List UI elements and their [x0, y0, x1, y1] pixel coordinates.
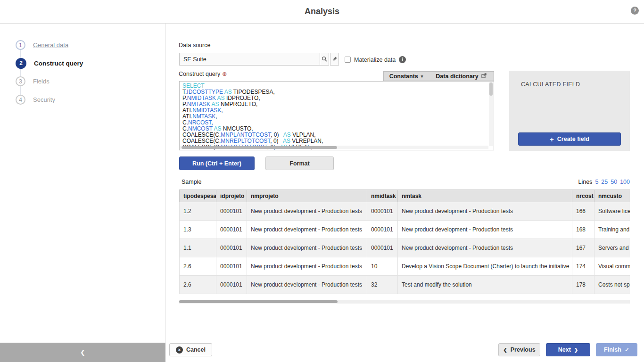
editor-horizontal-scrollbar[interactable]: [180, 146, 488, 149]
data-source-input[interactable]: [179, 53, 320, 66]
step-number: 3: [16, 76, 25, 86]
column-header-idprojeto[interactable]: idprojeto: [216, 190, 247, 202]
check-icon: ✓: [625, 346, 629, 353]
step-label: Security: [33, 96, 55, 103]
sql-line: P.NMTASK AS NMPROJETO,: [182, 101, 488, 107]
editor-vscroll-thumb[interactable]: [489, 82, 493, 96]
step-number: 1: [16, 40, 25, 50]
table-cell: Costs not spe: [594, 276, 630, 294]
table-row: 2.60000101New product development - Prod…: [180, 257, 630, 276]
calculated-field-title: CALCULATED FIELD: [521, 81, 580, 88]
previous-button[interactable]: ❮ Previous: [498, 343, 540, 356]
chevron-left-icon: ❮: [503, 347, 507, 353]
table-cell: 0000101: [216, 202, 247, 221]
data-source-label: Data source: [179, 42, 210, 49]
table-horizontal-scrollbar[interactable]: [179, 300, 630, 304]
clear-button[interactable]: [330, 53, 339, 66]
previous-label: Previous: [511, 346, 536, 353]
table-row: 2.60000101New product development - Prod…: [180, 276, 630, 294]
app-header: Analysis ?: [0, 0, 644, 24]
table-cell: Visual commu: [594, 257, 630, 276]
cancel-button[interactable]: × Cancel: [169, 343, 212, 356]
step-number: 4: [16, 95, 25, 105]
table-cell: New product development - Production tes…: [398, 202, 572, 221]
table-cell: 167: [572, 239, 594, 257]
table-cell: Develop a Vision Scope Document (Charter…: [398, 257, 572, 276]
editor-vertical-scrollbar[interactable]: [489, 82, 493, 146]
column-header-nmcusto[interactable]: nmcusto: [594, 190, 630, 202]
table-cell: 32: [367, 276, 398, 294]
table-cell: Software licen: [594, 202, 630, 221]
table-cell: 10: [367, 257, 398, 276]
construct-query-label: Construct query: [179, 71, 220, 77]
table-cell: 1.2: [180, 202, 216, 221]
column-header-nmprojeto[interactable]: nmprojeto: [247, 190, 367, 202]
table-cell: 2.6: [180, 257, 216, 276]
table-cell: 0000101: [216, 276, 247, 294]
lines-option-5[interactable]: 5: [595, 179, 598, 185]
search-button[interactable]: [320, 53, 329, 66]
materialize-checkbox[interactable]: [345, 57, 351, 63]
cancel-label: Cancel: [186, 346, 206, 353]
construct-query-label-row: Construct query ⊛: [179, 71, 227, 77]
table-cell: 1.3: [180, 221, 216, 239]
wizard-step-general-data[interactable]: 1General data: [16, 40, 68, 50]
table-row: 1.20000101New product development - Prod…: [180, 202, 630, 221]
constants-button[interactable]: Constants ▾: [383, 71, 429, 81]
create-field-button[interactable]: + Create field: [518, 132, 621, 146]
table-cell: Training and s: [594, 221, 630, 239]
table-cell: New product development - Production tes…: [247, 276, 367, 294]
table-cell: 168: [572, 221, 594, 239]
table-cell: 174: [572, 257, 594, 276]
table-cell: New product development - Production tes…: [247, 257, 367, 276]
plus-icon: +: [550, 135, 554, 143]
table-cell: New product development - Production tes…: [398, 239, 572, 257]
lines-label: Lines: [578, 179, 592, 185]
sample-table: tipodespesaidprojetonmprojetonmidtasknmt…: [179, 189, 630, 294]
sidebar-collapse-bar[interactable]: ❮: [0, 343, 165, 362]
wizard-step-fields[interactable]: 3Fields: [16, 76, 50, 87]
lines-option-25[interactable]: 25: [601, 179, 608, 185]
column-header-nrcost[interactable]: nrcost: [572, 190, 594, 202]
editor-hscroll-thumb[interactable]: [182, 146, 337, 149]
table-row: 1.30000101New product development - Prod…: [180, 221, 630, 239]
sql-line: ATI.NMIDTASK,: [182, 107, 488, 114]
calculated-field-card: CALCULATED FIELD + Create field: [509, 71, 630, 151]
constants-label: Constants: [389, 73, 418, 80]
run-button[interactable]: Run (Ctrl + Enter): [179, 156, 255, 170]
sample-label: Sample: [182, 179, 201, 185]
table-cell: Test and modify the solution: [398, 276, 572, 294]
column-header-nmtask[interactable]: nmtask: [398, 190, 572, 202]
chevron-down-icon: ▾: [421, 74, 423, 79]
table-row: 1.10000101New product development - Prod…: [180, 239, 630, 257]
info-icon[interactable]: i: [399, 56, 406, 63]
chevron-right-icon: ❯: [574, 347, 578, 353]
wizard-step-security[interactable]: 4Security: [16, 94, 55, 105]
wizard-step-construct-query[interactable]: 2Construct query: [16, 58, 83, 69]
finish-button[interactable]: Finish ✓: [596, 343, 637, 356]
step-connector-line: [20, 45, 21, 99]
sql-code: SELECTT.IDCOSTTYPE AS TIPODESPESA,P.NMID…: [182, 83, 488, 150]
lines-option-50[interactable]: 50: [611, 179, 617, 185]
format-button[interactable]: Format: [265, 156, 334, 170]
data-dictionary-button[interactable]: Data dictionary: [429, 71, 494, 81]
table-cell: 0000101: [216, 221, 247, 239]
table-hscroll-thumb[interactable]: [179, 300, 338, 303]
page-title: Analysis: [0, 7, 644, 16]
column-header-nmidtask[interactable]: nmidtask: [367, 190, 398, 202]
format-label: Format: [289, 160, 309, 167]
table-cell: 0000101: [216, 239, 247, 257]
run-label: Run (Ctrl + Enter): [192, 160, 241, 167]
table-cell: 0000101: [367, 239, 398, 257]
sql-editor[interactable]: SELECTT.IDCOSTTYPE AS TIPODESPESA,P.NMID…: [179, 81, 494, 150]
table-cell: 0000101: [367, 221, 398, 239]
column-header-tipodespesa[interactable]: tipodespesa: [180, 190, 216, 202]
table-cell: 2.6: [180, 276, 216, 294]
step-number: 2: [16, 58, 26, 69]
eraser-icon: [332, 55, 338, 64]
help-icon[interactable]: ?: [631, 7, 639, 15]
next-button[interactable]: Next ❯: [546, 343, 590, 356]
table-cell: New product development - Production tes…: [247, 239, 367, 257]
lines-option-100[interactable]: 100: [620, 179, 630, 185]
table-cell: New product development - Production tes…: [247, 221, 367, 239]
